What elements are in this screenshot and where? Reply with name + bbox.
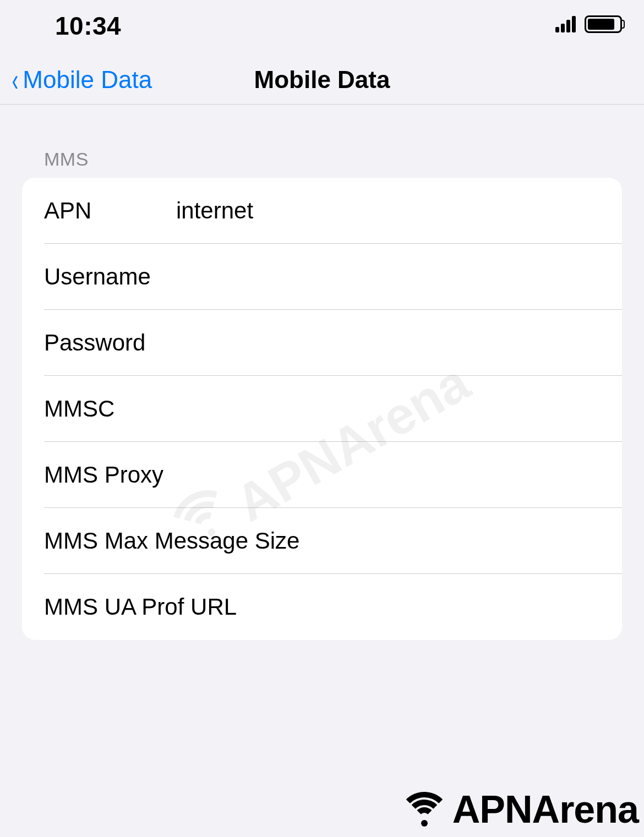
content-area: MMS APN Username Password MMSC MMS Proxy… (0, 105, 644, 640)
back-button[interactable]: ‹ Mobile Data (0, 64, 152, 96)
row-label: MMS Max Message Size (44, 528, 299, 554)
mmsc-field[interactable] (176, 396, 600, 422)
footer-brand-text: APNArena (452, 787, 638, 831)
battery-icon (585, 15, 622, 33)
row-apn[interactable]: APN (22, 178, 622, 244)
mms-max-size-field[interactable] (299, 528, 600, 554)
row-label: MMSC (44, 396, 176, 422)
row-password[interactable]: Password (22, 310, 622, 376)
wifi-icon (400, 790, 449, 829)
row-label: MMS Proxy (44, 462, 163, 488)
footer-brand: APNArena (400, 787, 638, 831)
chevron-left-icon: ‹ (12, 64, 19, 96)
settings-group-mms: APN Username Password MMSC MMS Proxy MMS… (22, 178, 622, 640)
row-mms-ua-prof[interactable]: MMS UA Prof URL (22, 574, 622, 640)
row-label: MMS UA Prof URL (44, 594, 237, 620)
status-bar: 10:34 (0, 0, 644, 55)
status-time: 10:34 (55, 11, 121, 41)
row-label: APN (44, 198, 176, 224)
page-title: Mobile Data (254, 66, 390, 94)
row-mms-proxy[interactable]: MMS Proxy (22, 442, 622, 508)
row-label: Password (44, 330, 176, 356)
username-field[interactable] (176, 264, 600, 290)
row-username[interactable]: Username (22, 244, 622, 310)
mms-ua-prof-field[interactable] (237, 594, 600, 620)
apn-field[interactable] (176, 198, 600, 224)
back-label: Mobile Data (23, 66, 152, 94)
mms-proxy-field[interactable] (163, 462, 600, 488)
password-field[interactable] (176, 330, 600, 356)
row-label: Username (44, 264, 176, 290)
signal-icon (555, 16, 576, 32)
nav-header: ‹ Mobile Data Mobile Data (0, 55, 644, 105)
section-header-mms: MMS (22, 149, 622, 178)
row-mms-max-size[interactable]: MMS Max Message Size (22, 508, 622, 574)
status-icons (555, 11, 622, 33)
row-mmsc[interactable]: MMSC (22, 376, 622, 442)
